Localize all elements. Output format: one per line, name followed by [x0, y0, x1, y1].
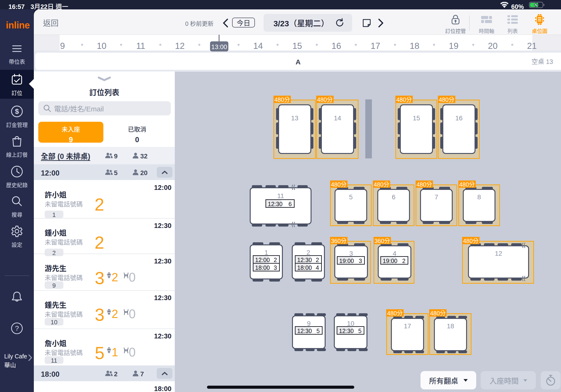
- svg-text:$: $: [15, 107, 19, 115]
- svg-text:?: ?: [15, 324, 19, 332]
